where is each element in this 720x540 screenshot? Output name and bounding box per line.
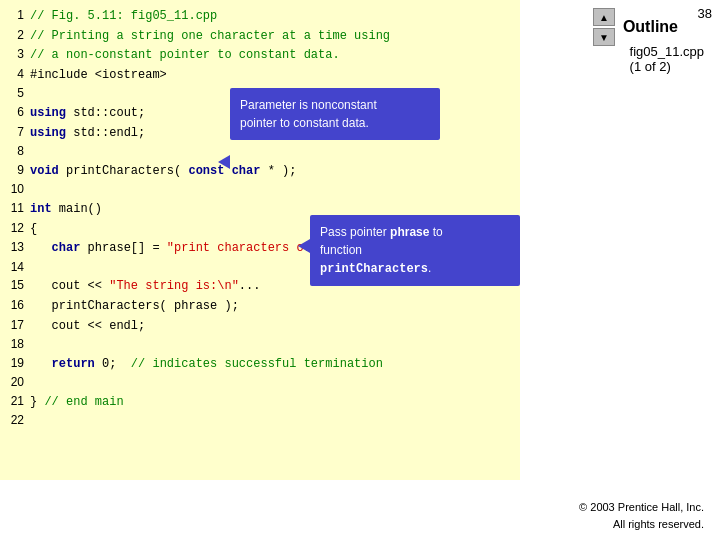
line-number: 19 xyxy=(8,354,30,373)
outline-label: Outline xyxy=(623,18,678,36)
line-content: using std::cout; xyxy=(30,104,145,123)
code-comment: // indicates successful termination xyxy=(131,357,383,371)
code-normal: main() xyxy=(52,202,102,216)
code-normal: printCharacters( xyxy=(59,164,189,178)
code-line: 4#include <iostream> xyxy=(8,65,512,85)
line-number: 5 xyxy=(8,84,30,103)
line-content: using std::endl; xyxy=(30,124,145,143)
code-comment: // Fig. 5.11: fig05_11.cpp xyxy=(30,9,217,23)
page-number: 38 xyxy=(698,6,712,21)
code-comment: // a non-constant pointer to constant da… xyxy=(30,48,340,62)
line-number: 17 xyxy=(8,316,30,335)
code-comment: // Printing a string one character at a … xyxy=(30,29,390,43)
code-line: 17 cout << endl; xyxy=(8,316,512,336)
line-number: 15 xyxy=(8,276,30,295)
line-number: 6 xyxy=(8,103,30,122)
code-line: 8 xyxy=(8,142,512,161)
code-normal: cout << endl; xyxy=(30,319,145,333)
fig-label: fig05_11.cpp (1 of 2) xyxy=(630,44,704,74)
code-line: 10 xyxy=(8,180,512,199)
code-keyword: using xyxy=(30,126,66,140)
line-content: #include <iostream> xyxy=(30,66,167,85)
code-normal xyxy=(30,279,52,293)
code-line: 1// Fig. 5.11: fig05_11.cpp xyxy=(8,6,512,26)
line-content: // a non-constant pointer to constant da… xyxy=(30,46,340,65)
code-keyword: void xyxy=(30,164,59,178)
line-number: 2 xyxy=(8,26,30,45)
code-normal: ... xyxy=(239,279,261,293)
code-normal: phrase[] = xyxy=(80,241,166,255)
line-number: 11 xyxy=(8,199,30,218)
line-number: 4 xyxy=(8,65,30,84)
line-content: cout << endl; xyxy=(30,317,145,336)
code-line: 9void printCharacters( const char * ); xyxy=(8,161,512,181)
code-normal: std::endl; xyxy=(66,126,145,140)
tooltip2-line1: Pass pointer phrase to xyxy=(320,225,443,239)
copyright: © 2003 Prentice Hall, Inc. All rights re… xyxy=(579,499,704,532)
copyright-line1: © 2003 Prentice Hall, Inc. xyxy=(579,499,704,516)
code-keyword: int xyxy=(30,202,52,216)
code-normal: printCharacters( phrase ); xyxy=(30,299,239,313)
tooltip-nonconstant: Parameter is nonconstant pointer to cons… xyxy=(230,88,440,140)
tooltip2-line2: function xyxy=(320,243,362,257)
line-number: 18 xyxy=(8,335,30,354)
tooltip2-phrase-bold: phrase xyxy=(390,225,429,239)
code-normal xyxy=(30,241,52,255)
code-line: 21} // end main xyxy=(8,392,512,412)
code-line: 16 printCharacters( phrase ); xyxy=(8,296,512,316)
line-content: // Printing a string one character at a … xyxy=(30,27,390,46)
line-number: 1 xyxy=(8,6,30,25)
line-number: 7 xyxy=(8,123,30,142)
code-line: 18 xyxy=(8,335,512,354)
up-arrow-button[interactable]: ▲ xyxy=(593,8,615,26)
code-comment: // end main xyxy=(44,395,123,409)
line-number: 22 xyxy=(8,411,30,430)
fig-page: (1 of 2) xyxy=(630,59,704,74)
line-number: 14 xyxy=(8,258,30,277)
code-keyword: using xyxy=(30,106,66,120)
code-line: 19 return 0; // indicates successful ter… xyxy=(8,354,512,374)
code-keyword: char xyxy=(52,241,81,255)
line-content: return 0; // indicates successful termin… xyxy=(30,355,383,374)
tooltip2-period: . xyxy=(428,261,431,275)
code-normal: cout << xyxy=(52,279,110,293)
outline-container: ▲ ▼ Outline xyxy=(593,8,678,46)
sidebar xyxy=(520,0,720,540)
code-normal xyxy=(30,357,52,371)
line-content: // Fig. 5.11: fig05_11.cpp xyxy=(30,7,217,26)
line-content: printCharacters( phrase ); xyxy=(30,297,239,316)
nav-arrows: ▲ ▼ xyxy=(593,8,615,46)
tooltip2-printchars: printCharacters xyxy=(320,262,428,276)
line-number: 8 xyxy=(8,142,30,161)
copyright-line2: All rights reserved. xyxy=(579,516,704,533)
code-normal: * ); xyxy=(260,164,296,178)
line-content: void printCharacters( const char * ); xyxy=(30,162,296,181)
line-number: 21 xyxy=(8,392,30,411)
code-keyword: return xyxy=(52,357,95,371)
code-line: 3// a non-constant pointer to constant d… xyxy=(8,45,512,65)
line-content: int main() xyxy=(30,200,102,219)
line-number: 16 xyxy=(8,296,30,315)
line-number: 13 xyxy=(8,238,30,257)
line-number: 10 xyxy=(8,180,30,199)
line-content: { xyxy=(30,220,37,239)
code-preprocessor: #include <iostream> xyxy=(30,68,167,82)
code-normal: } xyxy=(30,395,44,409)
line-number: 20 xyxy=(8,373,30,392)
code-keyword: char xyxy=(232,164,261,178)
line-number: 3 xyxy=(8,45,30,64)
code-normal: 0; xyxy=(95,357,131,371)
tooltip2-arrow xyxy=(298,239,310,253)
line-content: } // end main xyxy=(30,393,124,412)
fig-filename: fig05_11.cpp xyxy=(630,44,704,59)
line-content: cout << "The string is:\n"... xyxy=(30,277,260,296)
code-line: 2// Printing a string one character at a… xyxy=(8,26,512,46)
code-line: 22 xyxy=(8,411,512,430)
line-number: 12 xyxy=(8,219,30,238)
tooltip1-text2: pointer to constant data. xyxy=(240,116,369,130)
down-arrow-button[interactable]: ▼ xyxy=(593,28,615,46)
tooltip-phrase: Pass pointer phrase to function printCha… xyxy=(310,215,520,286)
code-line: 20 xyxy=(8,373,512,392)
tooltip1-text1: Parameter is nonconstant xyxy=(240,98,377,112)
code-normal: { xyxy=(30,222,37,236)
